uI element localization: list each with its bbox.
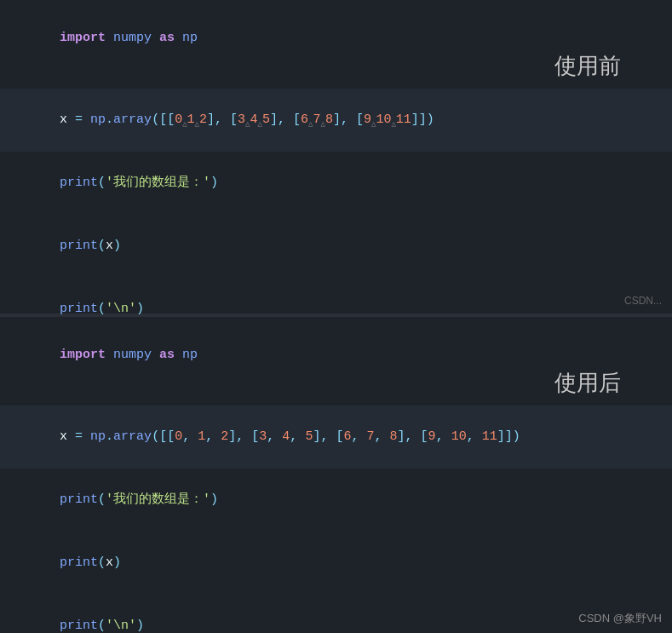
watermark: CSDN @象野VH [578, 611, 662, 626]
label-before: 使用前 [554, 51, 621, 81]
code-line-b-x: x = np.array([[0, 1, 2], [3, 4, 5], [6, … [0, 406, 672, 469]
code-line-b-print3: print('\n') [0, 595, 672, 633]
panel-bottom: import numpy as np x = np.array([[0, 1, … [0, 317, 672, 633]
code-line-b-print1: print('我们的数组是：') [0, 469, 672, 532]
code-line-print2: print(x) [0, 215, 672, 278]
panel-top: import numpy as np x = np.array([[0△1△2]… [0, 0, 672, 315]
label-after: 使用后 [554, 368, 621, 398]
watermark-top: CSDN... [624, 295, 662, 307]
code-line-x: x = np.array([[0△1△2], [3△4△5], [6△7△8],… [0, 89, 672, 152]
code-line-b-print2: print(x) [0, 532, 672, 595]
page-container: import numpy as np x = np.array([[0△1△2]… [0, 0, 672, 633]
code-line-print1: print('我们的数组是：') [0, 152, 672, 215]
